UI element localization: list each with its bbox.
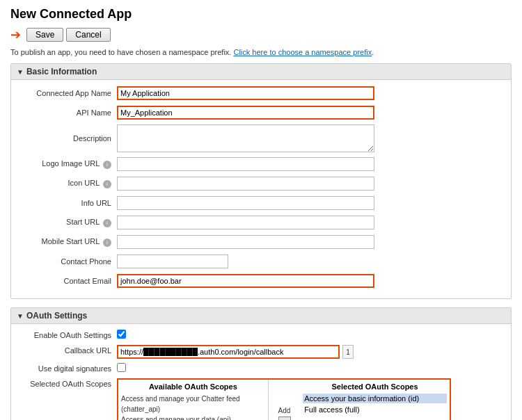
contact-phone-input[interactable] xyxy=(117,255,228,268)
icon-info-icon[interactable]: i xyxy=(103,180,111,188)
selected-scope-item[interactable]: Access your basic information (id) xyxy=(303,394,447,403)
digital-signatures-checkbox[interactable] xyxy=(117,363,126,372)
basic-info-section: ▼ Basic Information Connected App Name A… xyxy=(10,63,512,299)
namespace-link[interactable]: Click here to choose a namespace prefix xyxy=(233,48,372,56)
basic-info-header: ▼ Basic Information xyxy=(11,64,511,80)
enable-oauth-label: Enable OAuth Settings xyxy=(19,330,117,339)
api-name-row: API Name xyxy=(19,105,503,120)
list-item[interactable]: Access and manage your data (api) xyxy=(121,414,265,420)
contact-email-row: Contact Email xyxy=(19,273,503,289)
callback-url-row: Callback URL 1 xyxy=(19,345,503,359)
oauth-settings-header: ▼ OAuth Settings xyxy=(11,308,511,324)
start-url-label: Start URL i xyxy=(19,218,117,227)
info-url-input[interactable] xyxy=(117,196,374,210)
mobile-start-url-input[interactable] xyxy=(117,235,374,249)
save-button[interactable]: Save xyxy=(26,28,63,42)
api-name-input[interactable] xyxy=(117,106,374,120)
start-url-row: Start URL i xyxy=(19,215,503,230)
selected-scopes-header: Selected OAuth Scopes xyxy=(303,382,447,391)
cancel-button[interactable]: Cancel xyxy=(66,28,110,42)
list-item[interactable]: Access and manage your Chatter feed (cha… xyxy=(121,394,265,414)
description-input[interactable] xyxy=(117,124,374,152)
logo-image-url-input[interactable] xyxy=(117,157,374,171)
toolbar: ➔ Save Cancel xyxy=(10,27,512,42)
connected-app-name-input[interactable] xyxy=(117,86,374,100)
basic-info-body: Connected App Name API Name Description … xyxy=(11,80,511,298)
oauth-collapse-triangle-icon[interactable]: ▼ xyxy=(17,312,24,320)
callback-url-input[interactable] xyxy=(117,345,340,359)
start-url-info-icon[interactable]: i xyxy=(103,219,111,227)
oauth-settings-body: Enable OAuth Settings Callback URL 1 Use… xyxy=(11,324,511,420)
logo-image-url-label: Logo Image URL i xyxy=(19,159,117,169)
mobile-start-url-label: Mobile Start URL i xyxy=(19,237,117,247)
mobile-start-url-info-icon[interactable]: i xyxy=(103,239,111,247)
oauth-settings-section: ▼ OAuth Settings Enable OAuth Settings C… xyxy=(10,307,512,420)
available-scopes-panel: Available OAuth Scopes Access and manage… xyxy=(118,380,269,420)
enable-oauth-content xyxy=(117,330,503,341)
icon-url-input[interactable] xyxy=(117,177,374,191)
contact-phone-row: Contact Phone xyxy=(19,254,503,269)
connected-app-name-label: Connected App Name xyxy=(19,89,117,97)
available-scopes-list: Access and manage your Chatter feed (cha… xyxy=(121,394,265,420)
callback-counter: 1 xyxy=(342,345,354,359)
description-label: Description xyxy=(19,134,117,143)
oauth-scopes-label: Selected OAuth Scopes xyxy=(19,378,117,388)
mobile-start-url-row: Mobile Start URL i xyxy=(19,234,503,250)
description-row: Description xyxy=(19,124,503,152)
icon-url-label: Icon URL i xyxy=(19,179,117,188)
icon-url-row: Icon URL i xyxy=(19,176,503,191)
info-url-label: Info URL xyxy=(19,199,117,207)
callback-url-content: 1 xyxy=(117,345,503,359)
info-text: To publish an app, you need to have chos… xyxy=(10,48,512,56)
contact-phone-label: Contact Phone xyxy=(19,257,117,266)
contact-email-label: Contact Email xyxy=(19,277,117,285)
digital-signatures-content xyxy=(117,363,503,374)
selected-scope-item[interactable]: Full access (full) xyxy=(303,405,447,414)
start-url-input[interactable] xyxy=(117,216,374,229)
enable-oauth-row: Enable OAuth Settings xyxy=(19,330,503,341)
digital-signatures-row: Use digital signatures xyxy=(19,363,503,374)
callback-url-label: Callback URL xyxy=(19,345,117,355)
scopes-container: Available OAuth Scopes Access and manage… xyxy=(117,378,451,420)
connected-app-name-row: Connected App Name xyxy=(19,86,503,101)
oauth-scopes-content: Available OAuth Scopes Access and manage… xyxy=(117,378,503,420)
logo-image-url-row: Logo Image URL i xyxy=(19,156,503,172)
digital-signatures-label: Use digital signatures xyxy=(19,363,117,373)
scopes-controls: Add ▶ ◀ Remove xyxy=(269,380,300,420)
add-scope-label: Add xyxy=(278,407,291,414)
oauth-scopes-row: Selected OAuth Scopes Available OAuth Sc… xyxy=(19,378,503,420)
enable-oauth-checkbox[interactable] xyxy=(117,330,126,339)
info-url-row: Info URL xyxy=(19,195,503,211)
selected-scopes-panel: Selected OAuth Scopes Access your basic … xyxy=(300,380,450,420)
api-name-label: API Name xyxy=(19,108,117,117)
available-scopes-header: Available OAuth Scopes xyxy=(121,382,265,391)
add-scope-button[interactable]: ▶ xyxy=(278,417,291,421)
contact-email-input[interactable] xyxy=(117,274,374,288)
arrow-icon: ➔ xyxy=(10,27,21,42)
page-title: New Connected App xyxy=(10,7,512,22)
collapse-triangle-icon[interactable]: ▼ xyxy=(17,68,24,76)
logo-info-icon[interactable]: i xyxy=(103,161,111,169)
